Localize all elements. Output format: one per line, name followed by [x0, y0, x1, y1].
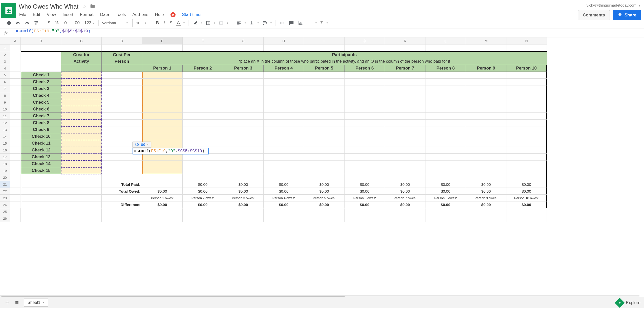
share-button[interactable]: Share	[613, 10, 641, 20]
star-icon[interactable]: ☆	[82, 4, 87, 10]
link-icon[interactable]	[279, 20, 286, 26]
text-wrap-icon[interactable]	[261, 20, 268, 26]
user-email[interactable]: vicky@thingsimadetoday.com	[587, 3, 638, 7]
timer-link[interactable]: Start timer	[182, 12, 202, 17]
toolbar: $ % .0_ .00 123 ▾ Verdana▾ 10▾ B I S A▾ …	[0, 17, 644, 29]
dec-increase-icon[interactable]: .00	[73, 20, 81, 26]
bold-icon[interactable]: B	[155, 20, 160, 26]
number-format-select[interactable]: 123 ▾	[83, 20, 95, 26]
explore-button[interactable]: ✦ Explore	[616, 299, 640, 306]
borders-icon[interactable]	[205, 20, 211, 26]
redo-icon[interactable]	[24, 20, 30, 26]
merge-cells-icon[interactable]	[218, 20, 224, 26]
menu-help[interactable]: Help	[155, 12, 164, 17]
fx-icon[interactable]: fx	[0, 29, 12, 37]
account-dropdown-icon[interactable]: ▼	[638, 4, 641, 7]
font-select[interactable]: Verdana▾	[100, 19, 130, 27]
menu-file[interactable]: File	[19, 12, 26, 17]
percent-icon[interactable]: %	[54, 20, 59, 26]
paint-format-icon[interactable]	[33, 20, 39, 26]
sheet-footer: ＋ ≡ Sheet1▾ ✦ Explore	[0, 297, 644, 308]
chart-icon[interactable]	[297, 20, 304, 26]
menu-bar: File Edit View Insert Format Data Tools …	[19, 10, 578, 17]
timer-icon[interactable]	[170, 12, 176, 17]
formula-result-hint: $0.00×	[132, 142, 151, 148]
menu-tools[interactable]: Tools	[116, 12, 126, 17]
font-size-select[interactable]: 10▾	[132, 19, 150, 27]
italic-icon[interactable]: I	[162, 20, 166, 26]
sheet-tab[interactable]: Sheet1▾	[24, 299, 48, 307]
doc-title[interactable]: Who Owes Who What	[19, 3, 78, 10]
strikethrough-icon[interactable]: S	[168, 20, 173, 26]
close-icon[interactable]: ×	[147, 143, 149, 147]
menu-edit[interactable]: Edit	[33, 12, 40, 17]
menu-insert[interactable]: Insert	[62, 12, 73, 17]
menu-addons[interactable]: Add-ons	[132, 12, 148, 17]
sheets-logo[interactable]	[1, 3, 16, 18]
undo-icon[interactable]	[15, 20, 21, 26]
menu-format[interactable]: Format	[80, 12, 94, 17]
v-align-icon[interactable]	[248, 20, 255, 26]
menu-data[interactable]: Data	[100, 12, 109, 17]
menu-view[interactable]: View	[47, 12, 56, 17]
fill-color-icon[interactable]	[192, 20, 199, 26]
app-header: Who Owes Who What ☆ File Edit View Inser…	[0, 0, 644, 16]
filter-icon[interactable]	[306, 20, 313, 26]
folder-icon[interactable]	[90, 4, 95, 10]
dec-decrease-icon[interactable]: .0_	[62, 20, 70, 26]
add-sheet-icon[interactable]: ＋	[4, 299, 10, 307]
print-icon[interactable]	[6, 20, 12, 26]
comment-icon[interactable]	[288, 20, 295, 26]
h-align-icon[interactable]	[235, 20, 242, 26]
active-cell-editor[interactable]: =sumif(E5:E19,"O",$C$5:$C$19)	[133, 148, 209, 154]
svg-rect-4	[8, 9, 9, 13]
formula-input[interactable]: =sumif(E5:E19,"O",$C$5:$C$19)	[12, 29, 644, 37]
comments-button[interactable]: Comments	[578, 10, 610, 20]
currency-icon[interactable]: $	[47, 20, 51, 26]
text-color-icon[interactable]: A	[176, 20, 181, 26]
functions-icon[interactable]: Σ	[319, 20, 324, 26]
formula-bar: fx =sumif(E5:E19,"O",$C$5:$C$19)	[0, 29, 644, 37]
sheet-grid[interactable]: ABCDEFGHIJKLMN12Cost forCost PerParticip…	[0, 37, 644, 308]
all-sheets-icon[interactable]: ≡	[15, 299, 19, 306]
